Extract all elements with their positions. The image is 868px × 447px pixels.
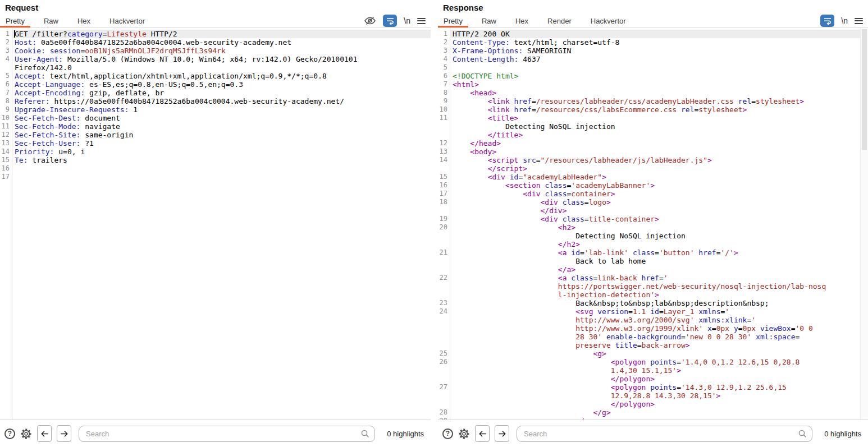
line-number: 14	[0, 148, 12, 156]
code-text: <body>	[450, 148, 860, 156]
highlights-count: 0 highlights	[824, 430, 861, 438]
code-text: <link href=/resources/labheader/css/acad…	[450, 97, 860, 105]
newline-chars-button[interactable]: \n	[404, 16, 410, 25]
response-editor[interactable]: 1HTTP/2 200 OK2Content-Type: text/html; …	[438, 28, 868, 420]
line-number	[438, 257, 450, 265]
code-text: Referer: https://0a5e00ff040b84718252a6b…	[12, 97, 431, 105]
line-number	[438, 164, 450, 173]
code-row: 2Content-Type: text/html; charset=utf-8	[438, 38, 868, 47]
code-row: http://www.w3.org/1999/xlink' x=0px y=0p…	[438, 324, 868, 333]
request-tab-pretty[interactable]: Pretty	[0, 14, 30, 27]
response-panel: Response PrettyRawHexRenderHackvertor \n…	[438, 0, 868, 447]
response-tabbar: PrettyRawHexRenderHackvertor \n	[438, 14, 868, 28]
code-row: </div>	[438, 206, 868, 215]
line-number: 1	[438, 30, 450, 38]
line-number: 20	[438, 223, 450, 232]
response-tab-render[interactable]: Render	[542, 14, 577, 27]
code-row: Detecting NoSQL injection	[438, 122, 868, 131]
line-number: 25	[438, 349, 450, 358]
response-scrollbar[interactable]	[860, 28, 868, 420]
code-text: Detecting NoSQL injection	[450, 232, 860, 240]
code-row: 18 <div class=logo>	[438, 198, 868, 206]
code-row: 16	[0, 164, 431, 173]
help-button[interactable]: ?	[442, 428, 453, 439]
request-panel: Request PrettyRawHexHackvertor \n 1GET /…	[0, 0, 431, 447]
menu-button[interactable]	[855, 16, 863, 25]
code-text: <svg version=1.1 id=Layer_1 xmlns='	[450, 307, 860, 316]
line-number	[438, 316, 450, 324]
code-text: <!DOCTYPE html>	[450, 72, 860, 80]
code-row: 14Priority: u=0, i	[0, 148, 431, 156]
code-row: 1HTTP/2 200 OK	[438, 30, 868, 38]
menu-button[interactable]	[417, 16, 426, 25]
code-text: 12.9,28.8 14.3,30 28,15'>	[450, 391, 860, 400]
code-text: 28 30' enable-background='new 0 0 28 30'…	[450, 333, 860, 341]
code-text: </g>	[450, 408, 860, 417]
code-row: 19 <div class=title-container>	[438, 215, 868, 223]
eye-slash-icon	[364, 15, 376, 26]
eye-slash-button[interactable]	[364, 15, 376, 26]
code-text: Detecting NoSQL injection	[450, 122, 860, 131]
response-tab-hackvertor[interactable]: Hackvertor	[585, 14, 632, 27]
request-bottom-bar: ? 0 highlights	[0, 420, 431, 447]
request-tab-hex[interactable]: Hex	[72, 14, 96, 27]
request-tab-hackvertor[interactable]: Hackvertor	[104, 14, 150, 27]
line-number: 23	[438, 299, 450, 307]
code-row: 25 <g>	[438, 349, 868, 358]
code-row: 8Referer: https://0a5e00ff040b84718252a6…	[0, 97, 431, 105]
code-row: 5Accept: text/html,application/xhtml+xml…	[0, 72, 431, 80]
scrollbar-thumb[interactable]	[862, 29, 867, 150]
prev-match-button[interactable]	[37, 425, 52, 442]
line-number: 10	[438, 105, 450, 114]
line-number: 4	[438, 55, 450, 63]
code-text: User-Agent: Mozilla/5.0 (Windows NT 10.0…	[12, 55, 431, 63]
next-match-button[interactable]	[57, 425, 71, 442]
code-text: </div>	[450, 206, 860, 215]
response-search	[517, 426, 812, 442]
newline-chars-button[interactable]: \n	[841, 16, 848, 25]
request-tab-raw[interactable]: Raw	[38, 14, 64, 27]
request-panel-title: Request	[0, 0, 431, 13]
line-number	[438, 232, 450, 240]
code-text: Firefox/142.0	[12, 63, 431, 72]
code-text: Back to lab home	[450, 257, 860, 265]
response-tab-hex[interactable]: Hex	[510, 14, 534, 27]
code-row: 11Sec-Fetch-Mode: navigate	[0, 122, 431, 131]
code-row: 7<html>	[438, 80, 868, 89]
search-input[interactable]	[517, 426, 812, 442]
code-text: http://www.w3.org/2000/svg' xmlns:xlink=…	[450, 316, 860, 324]
code-text: Content-Type: text/html; charset=utf-8	[450, 38, 860, 47]
line-number: 7	[0, 89, 12, 97]
code-text: <a id='lab-link' class='button' href='/'…	[450, 248, 860, 257]
word-wrap-icon	[386, 16, 395, 25]
line-number: 2	[0, 38, 12, 47]
help-button[interactable]: ?	[4, 428, 15, 439]
prev-match-button[interactable]	[475, 425, 490, 442]
code-row: 1GET /filter?category=Lifestyle HTTP/2	[0, 30, 431, 38]
response-tab-raw[interactable]: Raw	[476, 14, 502, 27]
word-wrap-button[interactable]	[820, 15, 834, 27]
response-tab-pretty[interactable]: Pretty	[438, 14, 468, 27]
code-row: Firefox/142.0	[0, 63, 431, 72]
code-row: </title>	[438, 131, 868, 139]
search-input[interactable]	[79, 426, 375, 442]
response-bottom-bar: ? 0 highlights	[438, 420, 868, 447]
highlights-count: 0 highlights	[387, 430, 424, 438]
request-editor[interactable]: 1GET /filter?category=Lifestyle HTTP/22H…	[0, 28, 431, 420]
code-row: 27 <polygon points='14.3,0 12.9,1.2 25.6…	[438, 383, 868, 391]
code-text: </script>	[450, 164, 860, 173]
code-text: GET /filter?category=Lifestyle HTTP/2	[12, 30, 431, 38]
next-match-button[interactable]	[495, 425, 509, 442]
code-row: </a>	[438, 265, 868, 274]
code-text: Sec-Fetch-Site: same-origin	[12, 131, 431, 139]
code-text: <div id="academyLabHeader">	[450, 173, 860, 181]
code-text: <script src="/resources/labheader/js/lab…	[450, 156, 860, 164]
code-text: HTTP/2 200 OK	[450, 30, 860, 38]
code-row: 2Host: 0a5e00ff040b84718252a6ba004c0004.…	[0, 38, 431, 47]
code-text: Accept: text/html,application/xhtml+xml,…	[12, 72, 431, 80]
word-wrap-button[interactable]	[383, 15, 397, 27]
code-text: Priority: u=0, i	[12, 148, 431, 156]
settings-button[interactable]	[458, 428, 470, 440]
code-row: 17 <div class=container>	[438, 190, 868, 198]
settings-button[interactable]	[20, 428, 32, 440]
